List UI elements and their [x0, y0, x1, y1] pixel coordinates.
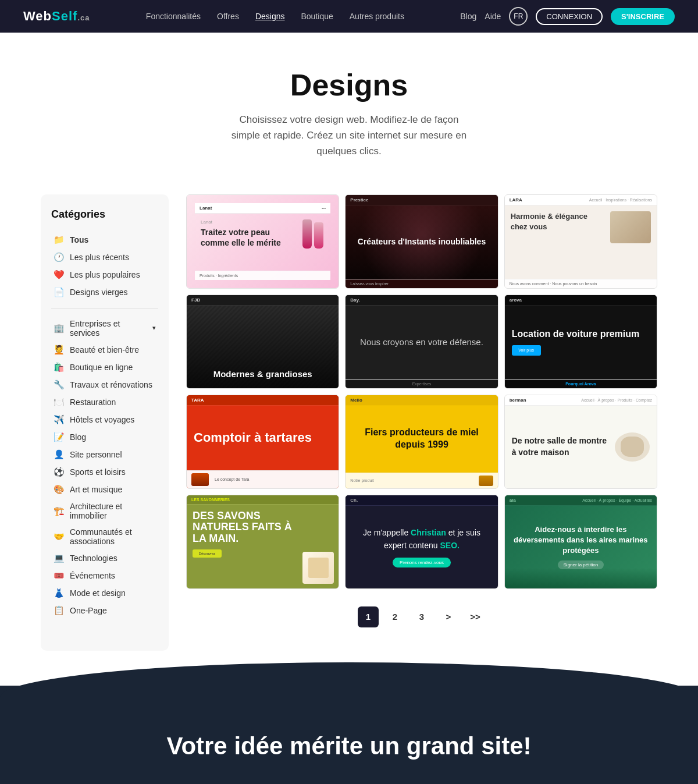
nav-center: Fonctionnalités Offres Designs Boutique … — [146, 12, 404, 21]
design-card-car[interactable]: arova Location de voiture premium Voir p… — [504, 295, 657, 389]
page-1-button[interactable]: 1 — [358, 606, 379, 627]
inscrire-button[interactable]: S'INSCRIRE — [611, 8, 675, 25]
nav-autres[interactable]: Autres produits — [350, 12, 404, 21]
sidebar-item-hotels[interactable]: ✈️ Hôtels et voyages — [51, 411, 158, 428]
card-mini-nav: Ch. — [346, 495, 497, 506]
card-mini-nav: TARA — [187, 395, 339, 406]
design-card-cosmetics[interactable]: Lanat ••• Lanat Traitez votre peau comme… — [186, 194, 339, 289]
env-cta-btn[interactable]: Signer la pétition — [558, 560, 604, 569]
sidebar-item-recents[interactable]: 🕐 Les plus récents — [51, 249, 158, 266]
navbar: WebSelf.ca Fonctionnalités Offres Design… — [0, 0, 698, 33]
card-content: Je m'appelle Christian et je suis expert… — [346, 506, 497, 588]
sidebar-item-onepage[interactable]: 📋 One-Page — [51, 602, 158, 619]
fashion-icon: 👗 — [54, 588, 65, 598]
sidebar-item-restauration[interactable]: 🍽️ Restauration — [51, 393, 158, 411]
design-card-law[interactable]: Bay. Nous croyons en votre défense. Expe… — [345, 295, 498, 389]
hero-section: Designs Choisissez votre design web. Mod… — [0, 33, 698, 177]
sidebar-item-evenements[interactable]: 🎟️ Événements — [51, 567, 158, 584]
page-icon: 📄 — [54, 287, 65, 297]
design-card-tartare[interactable]: TARA Comptoir à tartares Le concept de T… — [186, 395, 339, 489]
sidebar-item-blog[interactable]: 📝 Blog — [51, 428, 158, 446]
card-title: Nous croyons en votre défense. — [360, 335, 483, 349]
person-icon: 👤 — [54, 449, 65, 460]
design-card-wedding[interactable]: Prestice Créateurs d'Instants inoubliabl… — [345, 194, 498, 289]
sidebar-item-travaux[interactable]: 🔧 Travaux et rénovations — [51, 376, 158, 393]
sidebar-item-boutique[interactable]: 🛍️ Boutique en ligne — [51, 359, 158, 376]
card-title: Location de voiture premium — [512, 328, 650, 340]
clock-icon: 🕐 — [54, 252, 65, 262]
hero-subtitle: Choisissez votre design web. Modifiez-le… — [227, 112, 471, 159]
sidebar-item-entreprises[interactable]: 🏢 Entreprises et services — [51, 315, 158, 341]
footer-section: Votre idée mérite un grand site! — [0, 686, 698, 784]
sidebar-divider — [51, 308, 158, 308]
sidebar-item-architecture[interactable]: 🏗️ Architecture et immobilier — [51, 498, 158, 524]
sidebar-item-personnel[interactable]: 👤 Site personnel — [51, 446, 158, 463]
nav-blog[interactable]: Blog — [460, 12, 476, 21]
page-last-button[interactable]: >> — [465, 606, 486, 627]
design-card-seo[interactable]: Ch. Je m'appelle Christian et je suis ex… — [345, 495, 498, 589]
pagination: 1 2 3 > >> — [186, 606, 657, 627]
art-icon: 🎨 — [54, 484, 65, 495]
nav-offres[interactable]: Offres — [217, 12, 239, 21]
sidebar-item-beaute[interactable]: 💆 Beauté et bien-être — [51, 341, 158, 359]
card-bottom-strip: Notre produit — [346, 473, 497, 488]
card-content: Fiers producteurs de miel depuis 1999 — [346, 406, 497, 473]
card-image-area: Modernes & grandioses — [187, 306, 339, 388]
page-next-button[interactable]: > — [438, 606, 459, 627]
seo-cta-btn[interactable]: Prenons rendez-vous — [393, 558, 451, 567]
nav-fonctionnalites[interactable]: Fonctionnalités — [146, 12, 201, 21]
card-mini-nav: LES SAVONNERIES — [187, 495, 339, 505]
card-bottom-strip: Nous avons comment · Nous pouvons un bes… — [505, 279, 657, 288]
event-icon: 🎟️ — [54, 570, 65, 581]
card-title: DES SAVONS NATURELS FAITS À LA MAIN. — [193, 510, 292, 545]
spa-icon: 💆 — [54, 345, 65, 355]
card-bottom-strip: Laissez-vous inspirer — [346, 279, 497, 288]
design-card-furniture[interactable]: berman Accueil · À propos · Produits · C… — [504, 395, 657, 489]
nav-right: Blog Aide FR CONNEXION S'INSCRIRE — [460, 7, 675, 26]
logo[interactable]: WebSelf.ca — [23, 9, 90, 24]
card-bottom-strip: Le concept de Tara — [187, 470, 339, 488]
connexion-button[interactable]: CONNEXION — [536, 8, 603, 25]
card-title: De notre salle de montre à votre maison — [512, 435, 608, 458]
lang-button[interactable]: FR — [509, 7, 528, 26]
card-cta-btn: Voir plus — [512, 345, 541, 356]
page-2-button[interactable]: 2 — [384, 606, 405, 627]
card-content: DES SAVONS NATURELS FAITS À LA MAIN. Déc… — [187, 505, 339, 588]
hero-title: Designs — [12, 68, 686, 102]
card-title: Modernes & grandioses — [187, 368, 339, 380]
design-card-luxury[interactable]: LARA Accueil · Inspirations · Réalisatio… — [504, 194, 657, 289]
sidebar-item-populaires[interactable]: ❤️ Les plus populaires — [51, 266, 158, 283]
card-mini-nav: Bay. — [346, 295, 497, 306]
nav-designs[interactable]: Designs — [255, 12, 285, 21]
sidebar: Catégories 📁 Tous 🕐 Les plus récents ❤️ … — [41, 194, 169, 651]
card-content: Nous croyons en votre défense. — [346, 306, 497, 379]
sidebar-item-vierges[interactable]: 📄 Designs vierges — [51, 283, 158, 301]
sports-icon: ⚽ — [54, 467, 65, 477]
card-bottom-strip: Expertises — [346, 379, 497, 388]
sidebar-item-art[interactable]: 🎨 Art et musique — [51, 481, 158, 498]
page-3-button[interactable]: 3 — [411, 606, 432, 627]
food-icon: 🍽️ — [54, 397, 65, 407]
sidebar-item-sports[interactable]: ⚽ Sports et loisirs — [51, 463, 158, 481]
sidebar-item-technologies[interactable]: 💻 Technologies — [51, 549, 158, 567]
nav-aide[interactable]: Aide — [485, 12, 501, 21]
heart-icon: ❤️ — [54, 269, 65, 280]
sidebar-item-mode[interactable]: 👗 Mode et design — [51, 584, 158, 602]
card-content: Créateurs d'Instants inoubliables — [346, 205, 497, 279]
design-card-architecture[interactable]: FJB Modernes & grandioses — [186, 295, 339, 389]
card-product-img — [615, 432, 650, 462]
design-card-soap[interactable]: LES SAVONNERIES DES SAVONS NATURELS FAIT… — [186, 495, 339, 589]
sidebar-item-communautes[interactable]: 🤝 Communautés et associations — [51, 524, 158, 549]
sidebar-item-tous[interactable]: 📁 Tous — [51, 231, 158, 249]
footer-cta-text: Votre idée mérite un grand site! — [12, 732, 686, 760]
card-mini-nav: arova — [505, 295, 657, 306]
card-mini-nav: Lanat ••• — [195, 203, 330, 214]
card-mini-nav: ala Accueil · À propos · Équipe · Actual… — [505, 495, 657, 506]
nav-boutique[interactable]: Boutique — [301, 12, 333, 21]
card-bottom-strip: Produits · Ingrédients — [195, 271, 330, 280]
design-card-environment[interactable]: ala Accueil · À propos · Équipe · Actual… — [504, 495, 657, 589]
design-card-honey[interactable]: Mello Fiers producteurs de miel depuis 1… — [345, 395, 498, 489]
sidebar-title: Catégories — [51, 208, 158, 221]
seo-skill: SEO. — [440, 541, 460, 550]
card-title: Comptoir à tartares — [194, 431, 332, 445]
